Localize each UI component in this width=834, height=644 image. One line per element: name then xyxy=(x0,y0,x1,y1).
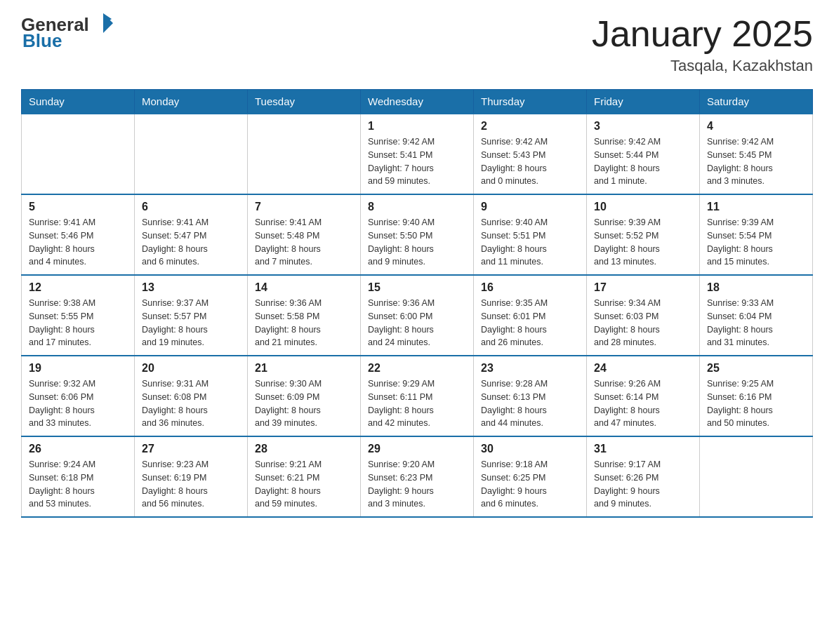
table-row: 19Sunrise: 9:32 AM Sunset: 6:06 PM Dayli… xyxy=(22,356,135,436)
day-info: Sunrise: 9:42 AM Sunset: 5:41 PM Dayligh… xyxy=(368,135,466,188)
table-row: 8Sunrise: 9:40 AM Sunset: 5:50 PM Daylig… xyxy=(361,194,474,275)
day-number: 15 xyxy=(368,281,466,294)
day-number: 5 xyxy=(29,201,127,213)
calendar-week-row: 26Sunrise: 9:24 AM Sunset: 6:18 PM Dayli… xyxy=(22,436,813,517)
day-number: 7 xyxy=(255,201,353,213)
month-title: January 2025 xyxy=(592,14,813,54)
calendar-header-row: Sunday Monday Tuesday Wednesday Thursday… xyxy=(22,90,813,114)
day-number: 11 xyxy=(707,201,805,213)
day-info: Sunrise: 9:25 AM Sunset: 6:16 PM Dayligh… xyxy=(707,377,805,430)
header-friday: Friday xyxy=(587,90,700,114)
header-monday: Monday xyxy=(135,90,248,114)
table-row: 2Sunrise: 9:42 AM Sunset: 5:43 PM Daylig… xyxy=(474,114,587,194)
day-info: Sunrise: 9:30 AM Sunset: 6:09 PM Dayligh… xyxy=(255,377,353,430)
table-row xyxy=(135,114,248,194)
table-row: 7Sunrise: 9:41 AM Sunset: 5:48 PM Daylig… xyxy=(248,194,361,275)
day-number: 6 xyxy=(142,201,240,213)
title-block: January 2025 Tasqala, Kazakhstan xyxy=(592,14,813,75)
day-number: 4 xyxy=(707,120,805,133)
day-info: Sunrise: 9:39 AM Sunset: 5:54 PM Dayligh… xyxy=(707,216,805,269)
day-number: 16 xyxy=(481,281,579,294)
day-info: Sunrise: 9:29 AM Sunset: 6:11 PM Dayligh… xyxy=(368,377,466,430)
day-info: Sunrise: 9:23 AM Sunset: 6:19 PM Dayligh… xyxy=(142,458,240,511)
table-row: 6Sunrise: 9:41 AM Sunset: 5:47 PM Daylig… xyxy=(135,194,248,275)
day-number: 23 xyxy=(481,362,579,375)
calendar-week-row: 19Sunrise: 9:32 AM Sunset: 6:06 PM Dayli… xyxy=(22,356,813,436)
day-info: Sunrise: 9:39 AM Sunset: 5:52 PM Dayligh… xyxy=(594,216,692,269)
logo-flag-icon xyxy=(92,12,114,34)
day-number: 22 xyxy=(368,362,466,375)
table-row: 14Sunrise: 9:36 AM Sunset: 5:58 PM Dayli… xyxy=(248,275,361,356)
day-number: 14 xyxy=(255,281,353,294)
day-info: Sunrise: 9:36 AM Sunset: 5:58 PM Dayligh… xyxy=(255,297,353,349)
table-row: 12Sunrise: 9:38 AM Sunset: 5:55 PM Dayli… xyxy=(22,275,135,356)
table-row: 4Sunrise: 9:42 AM Sunset: 5:45 PM Daylig… xyxy=(700,114,813,194)
location: Tasqala, Kazakhstan xyxy=(592,57,813,75)
day-number: 2 xyxy=(481,120,579,133)
table-row: 17Sunrise: 9:34 AM Sunset: 6:03 PM Dayli… xyxy=(587,275,700,356)
day-info: Sunrise: 9:34 AM Sunset: 6:03 PM Dayligh… xyxy=(594,297,692,349)
day-number: 10 xyxy=(594,201,692,213)
calendar-week-row: 1Sunrise: 9:42 AM Sunset: 5:41 PM Daylig… xyxy=(22,114,813,194)
day-number: 28 xyxy=(255,443,353,455)
day-info: Sunrise: 9:28 AM Sunset: 6:13 PM Dayligh… xyxy=(481,377,579,430)
day-number: 30 xyxy=(481,443,579,455)
day-number: 8 xyxy=(368,201,466,213)
day-info: Sunrise: 9:41 AM Sunset: 5:47 PM Dayligh… xyxy=(142,216,240,269)
table-row: 20Sunrise: 9:31 AM Sunset: 6:08 PM Dayli… xyxy=(135,356,248,436)
table-row: 3Sunrise: 9:42 AM Sunset: 5:44 PM Daylig… xyxy=(587,114,700,194)
table-row: 13Sunrise: 9:37 AM Sunset: 5:57 PM Dayli… xyxy=(135,275,248,356)
day-number: 17 xyxy=(594,281,692,294)
day-info: Sunrise: 9:37 AM Sunset: 5:57 PM Dayligh… xyxy=(142,297,240,349)
day-info: Sunrise: 9:20 AM Sunset: 6:23 PM Dayligh… xyxy=(368,458,466,511)
day-info: Sunrise: 9:40 AM Sunset: 5:50 PM Dayligh… xyxy=(368,216,466,269)
day-info: Sunrise: 9:40 AM Sunset: 5:51 PM Dayligh… xyxy=(481,216,579,269)
day-info: Sunrise: 9:33 AM Sunset: 6:04 PM Dayligh… xyxy=(707,297,805,349)
table-row: 27Sunrise: 9:23 AM Sunset: 6:19 PM Dayli… xyxy=(135,436,248,517)
table-row xyxy=(22,114,135,194)
table-row: 21Sunrise: 9:30 AM Sunset: 6:09 PM Dayli… xyxy=(248,356,361,436)
table-row: 30Sunrise: 9:18 AM Sunset: 6:25 PM Dayli… xyxy=(474,436,587,517)
day-number: 21 xyxy=(255,362,353,375)
calendar-week-row: 5Sunrise: 9:41 AM Sunset: 5:46 PM Daylig… xyxy=(22,194,813,275)
day-number: 18 xyxy=(707,281,805,294)
table-row: 31Sunrise: 9:17 AM Sunset: 6:26 PM Dayli… xyxy=(587,436,700,517)
day-info: Sunrise: 9:26 AM Sunset: 6:14 PM Dayligh… xyxy=(594,377,692,430)
day-info: Sunrise: 9:42 AM Sunset: 5:44 PM Dayligh… xyxy=(594,135,692,188)
header-wednesday: Wednesday xyxy=(361,90,474,114)
logo: General Blue xyxy=(21,14,114,52)
table-row: 25Sunrise: 9:25 AM Sunset: 6:16 PM Dayli… xyxy=(700,356,813,436)
day-info: Sunrise: 9:18 AM Sunset: 6:25 PM Dayligh… xyxy=(481,458,579,511)
table-row xyxy=(700,436,813,517)
table-row: 22Sunrise: 9:29 AM Sunset: 6:11 PM Dayli… xyxy=(361,356,474,436)
day-info: Sunrise: 9:38 AM Sunset: 5:55 PM Dayligh… xyxy=(29,297,127,349)
table-row: 5Sunrise: 9:41 AM Sunset: 5:46 PM Daylig… xyxy=(22,194,135,275)
header-sunday: Sunday xyxy=(22,90,135,114)
table-row: 29Sunrise: 9:20 AM Sunset: 6:23 PM Dayli… xyxy=(361,436,474,517)
day-info: Sunrise: 9:21 AM Sunset: 6:21 PM Dayligh… xyxy=(255,458,353,511)
day-number: 20 xyxy=(142,362,240,375)
day-info: Sunrise: 9:42 AM Sunset: 5:43 PM Dayligh… xyxy=(481,135,579,188)
day-info: Sunrise: 9:41 AM Sunset: 5:48 PM Dayligh… xyxy=(255,216,353,269)
table-row xyxy=(248,114,361,194)
calendar-table: Sunday Monday Tuesday Wednesday Thursday… xyxy=(21,89,813,518)
day-info: Sunrise: 9:41 AM Sunset: 5:46 PM Dayligh… xyxy=(29,216,127,269)
day-info: Sunrise: 9:31 AM Sunset: 6:08 PM Dayligh… xyxy=(142,377,240,430)
day-number: 19 xyxy=(29,362,127,375)
table-row: 23Sunrise: 9:28 AM Sunset: 6:13 PM Dayli… xyxy=(474,356,587,436)
day-number: 29 xyxy=(368,443,466,455)
table-row: 10Sunrise: 9:39 AM Sunset: 5:52 PM Dayli… xyxy=(587,194,700,275)
table-row: 18Sunrise: 9:33 AM Sunset: 6:04 PM Dayli… xyxy=(700,275,813,356)
day-number: 26 xyxy=(29,443,127,455)
day-number: 31 xyxy=(594,443,692,455)
day-number: 1 xyxy=(368,120,466,133)
day-number: 25 xyxy=(707,362,805,375)
table-row: 28Sunrise: 9:21 AM Sunset: 6:21 PM Dayli… xyxy=(248,436,361,517)
table-row: 11Sunrise: 9:39 AM Sunset: 5:54 PM Dayli… xyxy=(700,194,813,275)
table-row: 26Sunrise: 9:24 AM Sunset: 6:18 PM Dayli… xyxy=(22,436,135,517)
table-row: 16Sunrise: 9:35 AM Sunset: 6:01 PM Dayli… xyxy=(474,275,587,356)
table-row: 15Sunrise: 9:36 AM Sunset: 6:00 PM Dayli… xyxy=(361,275,474,356)
day-number: 12 xyxy=(29,281,127,294)
day-number: 24 xyxy=(594,362,692,375)
day-info: Sunrise: 9:36 AM Sunset: 6:00 PM Dayligh… xyxy=(368,297,466,349)
